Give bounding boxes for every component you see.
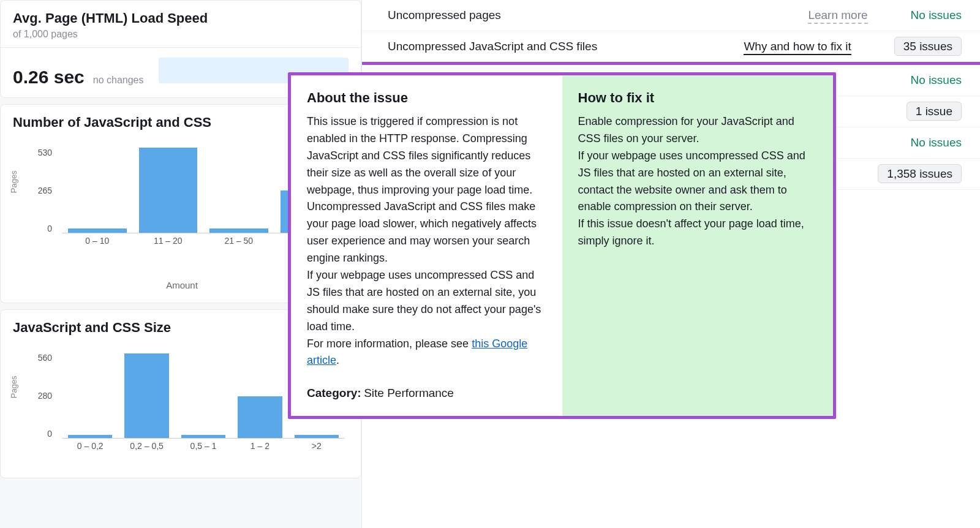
x-tick-label: 11 – 20 [133, 236, 204, 246]
x-tick-label: >2 [288, 441, 345, 451]
how-to-fix-panel: How to fix it Enable compression for you… [562, 75, 834, 416]
issue-row: Uncompressed JavaScript and CSS filesWhy… [362, 31, 980, 65]
chart-bar [295, 435, 339, 438]
category-label: Category: [307, 387, 361, 400]
avg-load-speed-title: Avg. Page (HTML) Load Speed [13, 10, 349, 26]
x-tick-label: 21 – 50 [203, 236, 274, 246]
x-tick-label: 0 – 10 [62, 236, 133, 246]
y-axis-label: Pages [9, 170, 18, 193]
issue-name: Uncompressed pages [388, 9, 501, 21]
avg-load-speed-subtitle: of 1,000 pages [13, 29, 349, 40]
y-tick: 265 [38, 186, 52, 195]
how-to-fix-title: How to fix it [578, 90, 818, 106]
no-issues-label: No issues [911, 9, 962, 21]
avg-load-speed-value: 0.26 sec [13, 67, 85, 88]
y-tick: 0 [47, 429, 52, 439]
issue-count-button[interactable]: 35 issues [894, 37, 962, 56]
about-issue-title: About the issue [307, 90, 546, 106]
y-tick: 280 [38, 391, 52, 401]
chart-bar [68, 435, 112, 438]
x-tick-label: 0,2 – 0,5 [118, 441, 175, 451]
x-tick-label: 1 – 2 [232, 441, 288, 451]
no-issues-label: No issues [911, 74, 962, 86]
avg-load-speed-change: no changes [93, 75, 144, 86]
y-tick: 560 [38, 353, 52, 363]
how-to-fix-body: Enable compression for your JavaScript a… [578, 113, 818, 250]
about-issue-body: This issue is triggered if compression i… [307, 113, 546, 369]
y-axis-label: Pages [9, 375, 18, 398]
issue-row: Uncompressed pagesLearn moreNo issues [362, 0, 980, 31]
chart-bar [124, 353, 168, 438]
x-tick-label: 0 – 0,2 [62, 441, 118, 451]
issue-details-popover: About the issue This issue is triggered … [288, 72, 836, 419]
y-ticks: 560 280 0 [25, 353, 52, 439]
chart-bar [68, 228, 127, 233]
chart-bar [238, 396, 282, 438]
chart-bar [209, 228, 268, 233]
no-issues-label: No issues [911, 136, 962, 149]
about-issue-panel: About the issue This issue is triggered … [291, 75, 562, 416]
learn-more-link[interactable]: Learn more [808, 9, 867, 24]
y-tick: 0 [47, 224, 52, 233]
chart-bar [181, 435, 225, 438]
why-how-fix-link[interactable]: Why and how to fix it [744, 40, 851, 55]
issue-name: Uncompressed JavaScript and CSS files [388, 40, 597, 53]
y-ticks: 530 265 0 [25, 148, 52, 233]
issue-count-button[interactable]: 1 issue [907, 102, 962, 121]
chart-bar [139, 148, 198, 233]
category-value: Site Performance [364, 387, 454, 399]
issue-count-button[interactable]: 1,358 issues [878, 164, 962, 183]
y-tick: 530 [38, 148, 52, 157]
x-tick-label: 0,5 – 1 [175, 441, 232, 451]
